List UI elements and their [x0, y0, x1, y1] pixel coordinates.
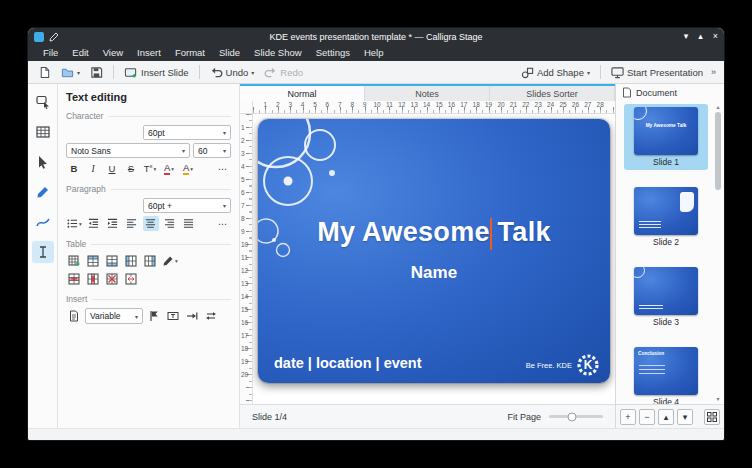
align-center-button[interactable]: [143, 216, 159, 231]
add-slide-button[interactable]: +: [620, 409, 636, 425]
menu-item[interactable]: Format: [168, 45, 212, 61]
slide-title-text[interactable]: My Awesome Talk: [258, 217, 610, 248]
font-color-button[interactable]: A ▾: [161, 161, 177, 176]
menu-item[interactable]: Help: [357, 45, 391, 61]
presentation-screen-icon: [611, 66, 624, 79]
slide-canvas[interactable]: My Awesome Talk Name date | location | e…: [253, 114, 615, 404]
font-family-combobox[interactable]: Noto Sans ▾: [66, 143, 190, 158]
insert-row-above-button[interactable]: [85, 253, 101, 268]
svg-text:K: K: [584, 358, 593, 372]
toolbar-overflow-button[interactable]: »: [709, 67, 718, 77]
slide-thumbnail-item[interactable]: My Awesome Talk Slide 1: [624, 104, 708, 170]
view-tab[interactable]: Slides Sorter: [490, 86, 615, 101]
character-style-combobox[interactable]: 60pt ▾: [143, 125, 231, 140]
slide-thumbnail-item[interactable]: Slide 2: [624, 184, 708, 250]
paragraph-style-combobox[interactable]: 60pt + ▾: [143, 198, 231, 213]
panel-scrollbar[interactable]: ▴ ▾: [713, 103, 723, 402]
menu-item[interactable]: File: [36, 45, 65, 61]
menu-item[interactable]: View: [96, 45, 130, 61]
freehand-path-tool-button[interactable]: [32, 211, 54, 233]
zoom-mode-label[interactable]: Fit Page: [507, 412, 541, 422]
menu-item[interactable]: Slide: [212, 45, 247, 61]
slide-thumbnail-item[interactable]: Conclusion Slide 4: [624, 344, 708, 404]
minimize-button[interactable]: ▾: [684, 28, 689, 45]
flag-icon: [148, 310, 160, 322]
move-slide-down-button[interactable]: ▾: [677, 409, 693, 425]
italic-button[interactable]: I: [85, 161, 101, 176]
table-border-pen-button[interactable]: ▾: [161, 253, 179, 268]
insert-break-button[interactable]: [203, 309, 219, 324]
move-slide-up-button[interactable]: ▴: [658, 409, 674, 425]
slide-footer-text[interactable]: date | location | event: [274, 355, 422, 371]
font-size-value: 60: [198, 146, 207, 156]
select-tool-button[interactable]: [32, 151, 54, 173]
merge-cells-button[interactable]: [123, 271, 139, 286]
close-button[interactable]: ×: [713, 28, 718, 45]
insert-page-button[interactable]: [66, 309, 82, 324]
insert-bookmark-button[interactable]: [146, 309, 162, 324]
bold-button[interactable]: B: [66, 161, 82, 176]
zoom-slider-handle[interactable]: [567, 412, 576, 421]
insert-slide-button[interactable]: Insert Slide: [120, 64, 193, 81]
delete-column-button[interactable]: [85, 271, 101, 286]
add-shape-button[interactable]: Add Shape ▾: [517, 64, 594, 81]
align-left-button[interactable]: [124, 216, 140, 231]
undo-button[interactable]: Undo ▾: [206, 64, 259, 81]
open-document-button[interactable]: ▾: [57, 64, 84, 81]
slides-grid-view-button[interactable]: [704, 409, 720, 425]
scroll-up-icon[interactable]: ▴: [716, 103, 719, 110]
pencil-tool-button[interactable]: [32, 181, 54, 203]
maximize-button[interactable]: ▴: [698, 28, 703, 45]
insert-variable-dropdown[interactable]: Variable ▾: [85, 308, 143, 324]
slide-thumbnail-preview[interactable]: My Awesome Talk: [634, 107, 698, 155]
menu-item[interactable]: Settings: [309, 45, 357, 61]
ruler-number: 6: [326, 101, 330, 108]
delete-row-button[interactable]: [66, 271, 82, 286]
slide-thumbnail-item[interactable]: Slide 3: [624, 264, 708, 330]
insert-text-field-button[interactable]: [165, 309, 181, 324]
align-justify-button[interactable]: [181, 216, 197, 231]
table-tool-button[interactable]: [32, 121, 54, 143]
superscript-subscript-button[interactable]: Tx ▾: [142, 161, 158, 176]
redo-button[interactable]: Redo: [260, 64, 307, 81]
list-style-button[interactable]: ▾: [66, 216, 83, 231]
align-right-button[interactable]: [162, 216, 178, 231]
insert-column-right-button[interactable]: [142, 253, 158, 268]
insert-row-below-button[interactable]: [104, 253, 120, 268]
text-tool-button[interactable]: [32, 241, 54, 263]
view-tab[interactable]: Normal: [240, 86, 365, 101]
delete-table-button[interactable]: [104, 271, 120, 286]
menu-item[interactable]: Slide Show: [247, 45, 309, 61]
strikethrough-button[interactable]: S: [123, 161, 139, 176]
insert-tab-button[interactable]: [184, 309, 200, 324]
view-tab[interactable]: Notes: [365, 86, 490, 101]
insert-column-left-button[interactable]: [123, 253, 139, 268]
menu-item[interactable]: Insert: [130, 45, 168, 61]
scrollbar-thumb[interactable]: [715, 112, 721, 190]
slide-thumbnail-preview[interactable]: [634, 187, 698, 235]
save-button[interactable]: [86, 64, 107, 81]
more-character-options-button[interactable]: ⋯: [215, 161, 231, 176]
highlight-color-button[interactable]: A ▾: [180, 161, 196, 176]
start-presentation-button[interactable]: Start Presentation: [607, 64, 707, 81]
underline-button[interactable]: U: [104, 161, 120, 176]
main-toolbar: ▾ Insert Slide Undo ▾ Redo: [28, 61, 724, 84]
menu-item[interactable]: Edit: [65, 45, 95, 61]
scroll-down-icon[interactable]: ▾: [716, 395, 719, 402]
horizontal-ruler[interactable]: 1234567891011121314151617181920212223242…: [253, 101, 615, 114]
slide-subtitle-text[interactable]: Name: [258, 263, 610, 283]
delete-slide-button[interactable]: −: [639, 409, 655, 425]
vertical-ruler[interactable]: 1234567891011121314151617181920: [240, 114, 253, 404]
titlebar[interactable]: KDE events presentation template * — Cal…: [28, 28, 724, 45]
decrease-indent-button[interactable]: [86, 216, 102, 231]
more-paragraph-options-button[interactable]: ⋯: [215, 216, 231, 231]
interaction-tool-button[interactable]: [32, 91, 54, 113]
font-size-combobox[interactable]: 60 ▾: [193, 143, 231, 158]
slide-thumbnail-preview[interactable]: Conclusion: [634, 347, 698, 395]
new-document-button[interactable]: [34, 64, 55, 81]
slide-thumbnail-preview[interactable]: [634, 267, 698, 315]
insert-table-button[interactable]: [66, 253, 82, 268]
zoom-slider[interactable]: [549, 415, 603, 418]
increase-indent-button[interactable]: [105, 216, 121, 231]
slide-editor[interactable]: My Awesome Talk Name date | location | e…: [258, 119, 610, 383]
